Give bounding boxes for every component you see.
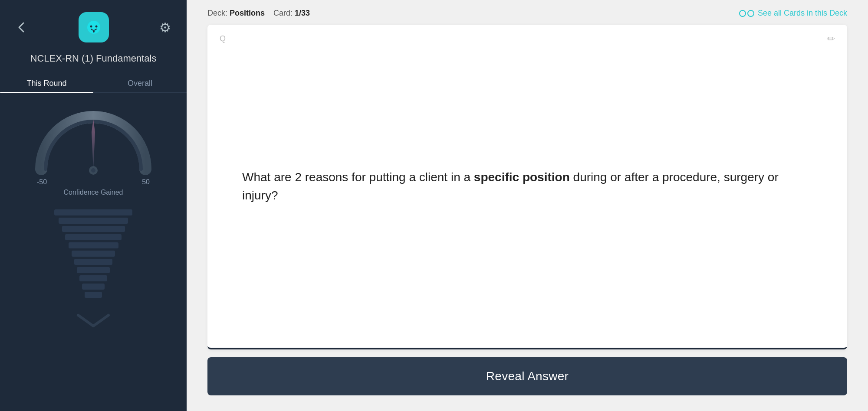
svg-marker-7 bbox=[92, 119, 95, 170]
top-bar: Deck: Positions Card: 1/33 See all Cards… bbox=[187, 0, 868, 25]
bar-row bbox=[79, 275, 107, 281]
gauge-labels: -50 50 bbox=[37, 178, 150, 186]
reveal-answer-button[interactable]: Reveal Answer bbox=[207, 357, 847, 395]
tabs: This Round Overall bbox=[0, 74, 187, 93]
confidence-label: Confidence Gained bbox=[64, 189, 123, 196]
back-button[interactable] bbox=[16, 21, 28, 33]
confidence-gauge bbox=[33, 106, 154, 176]
app-logo bbox=[79, 12, 109, 42]
bar-row bbox=[59, 218, 128, 224]
edit-icon[interactable]: ✏ bbox=[827, 33, 835, 45]
bar-row bbox=[77, 267, 110, 273]
flashcard: Q ✏ What are 2 reasons for putting a cli… bbox=[207, 25, 847, 349]
deck-name: Positions bbox=[230, 9, 265, 17]
card-question: What are 2 reasons for putting a client … bbox=[207, 25, 847, 348]
tab-this-round[interactable]: This Round bbox=[0, 74, 93, 92]
see-cards-label: See all Cards in this Deck bbox=[758, 9, 847, 18]
chevron-down-icon bbox=[76, 309, 111, 332]
bar-row bbox=[65, 234, 122, 240]
bar-row bbox=[72, 251, 115, 257]
tab-overall[interactable]: Overall bbox=[93, 74, 187, 92]
bar-row bbox=[62, 226, 125, 232]
svg-point-6 bbox=[93, 31, 95, 33]
question-text: What are 2 reasons for putting a client … bbox=[242, 168, 812, 205]
card-number: 1/33 bbox=[295, 9, 310, 17]
stacked-bars bbox=[0, 209, 187, 332]
bar-row bbox=[69, 242, 118, 248]
card-area: Q ✏ What are 2 reasons for putting a cli… bbox=[187, 25, 868, 411]
svg-point-9 bbox=[91, 168, 95, 173]
svg-point-4 bbox=[90, 26, 92, 28]
see-cards-link[interactable]: See all Cards in this Deck bbox=[739, 9, 847, 18]
bar-row bbox=[74, 259, 112, 265]
gear-icon[interactable]: ⚙ bbox=[159, 20, 171, 35]
bar-row bbox=[54, 209, 132, 215]
gauge-container: -50 50 Confidence Gained bbox=[0, 106, 187, 196]
cards-icon bbox=[739, 10, 754, 17]
card-prefix: Card: bbox=[273, 9, 293, 17]
deck-prefix: Deck: bbox=[207, 9, 227, 17]
deck-info: Deck: Positions Card: 1/33 bbox=[207, 9, 310, 18]
sidebar-top-bar: ⚙ bbox=[0, 0, 187, 49]
bar-row bbox=[82, 284, 105, 290]
deck-title: NCLEX-RN (1) Fundamentals bbox=[22, 53, 165, 64]
main-content: Deck: Positions Card: 1/33 See all Cards… bbox=[187, 0, 868, 411]
bar-row bbox=[85, 292, 102, 298]
sidebar: ⚙ NCLEX-RN (1) Fundamentals This Round O… bbox=[0, 0, 187, 411]
card-type-label: Q bbox=[220, 34, 226, 43]
svg-point-5 bbox=[95, 26, 97, 28]
